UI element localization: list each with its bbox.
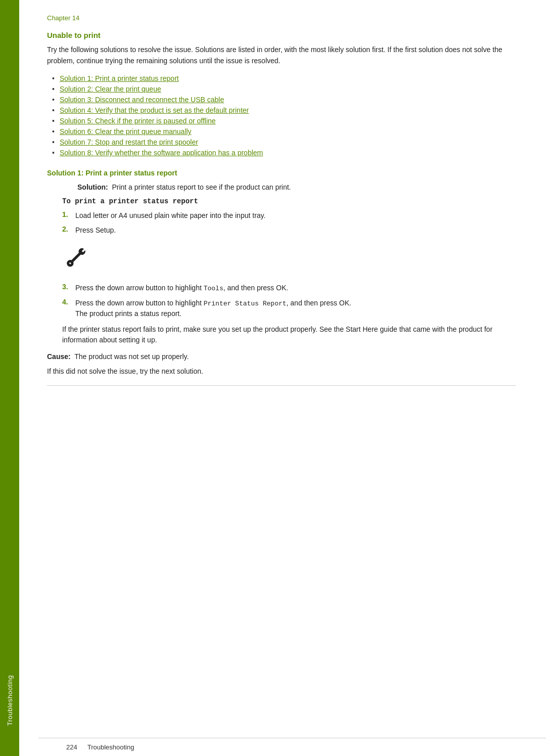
footer-page-number: 224: [66, 743, 77, 751]
sidebar-label: Troubleshooting: [6, 675, 14, 726]
step-3: 3. Press the down arrow button to highli…: [62, 283, 516, 294]
list-item: Solution 6: Clear the print queue manual…: [52, 127, 516, 136]
sidebar: Troubleshooting: [0, 0, 19, 756]
footer-label: Troubleshooting: [87, 743, 134, 751]
unable-to-print-section: Unable to print Try the following soluti…: [47, 31, 516, 157]
solution1-label-block: Solution: Print a printer status report …: [47, 183, 516, 191]
solution-link-5[interactable]: Solution 5: Check if the printer is paus…: [60, 117, 216, 125]
step-4-text: Press the down arrow button to highlight…: [75, 298, 351, 320]
list-item: Solution 7: Stop and restart the print s…: [52, 138, 516, 146]
solution-link-4[interactable]: Solution 4: Verify that the product is s…: [60, 106, 249, 114]
solution-link-6[interactable]: Solution 6: Clear the print queue manual…: [60, 127, 192, 136]
intro-text: Try the following solutions to resolve t…: [47, 45, 516, 66]
solutions-list: Solution 1: Print a printer status repor…: [47, 74, 516, 157]
wrench-icon: [62, 245, 87, 270]
page-container: Troubleshooting Chapter 14 Unable to pri…: [0, 0, 546, 756]
solution1-description: Solution: Print a printer status report …: [62, 183, 516, 191]
cause-text: Cause: The product was not set up proper…: [47, 351, 516, 362]
solution-link-2[interactable]: Solution 2: Clear the print queue: [60, 85, 161, 93]
main-content: Chapter 14 Unable to print Try the follo…: [19, 0, 546, 756]
step-2-num: 2.: [62, 225, 70, 233]
step-1: 1. Load letter or A4 unused plain white …: [62, 210, 516, 221]
step-3-num: 3.: [62, 283, 70, 291]
solution-link-1[interactable]: Solution 1: Print a printer status repor…: [60, 74, 179, 82]
steps-1-2: 1. Load letter or A4 unused plain white …: [47, 210, 516, 236]
solution1-title: Solution 1: Print a printer status repor…: [47, 169, 516, 177]
next-solution-text: If this did not solve the issue, try the…: [47, 367, 516, 375]
list-item: Solution 2: Clear the print queue: [52, 85, 516, 93]
step-3-text: Press the down arrow button to highlight…: [75, 283, 288, 294]
section-divider: [47, 385, 516, 386]
step-1-text: Load letter or A4 unused plain white pap…: [75, 210, 265, 221]
list-item: Solution 3: Disconnect and reconnect the…: [52, 96, 516, 104]
step-1-num: 1.: [62, 210, 70, 218]
cause-block: Cause: The product was not set up proper…: [47, 351, 516, 362]
solution1-section: Solution 1: Print a printer status repor…: [47, 169, 516, 386]
cause-keyword: Cause:: [47, 352, 71, 361]
list-item: Solution 1: Print a printer status repor…: [52, 74, 516, 82]
step-4: 4. Press the down arrow button to highli…: [62, 298, 516, 320]
solution1-description-text: Print a printer status report to see if …: [112, 183, 291, 191]
solution-link-7[interactable]: Solution 7: Stop and restart the print s…: [60, 138, 198, 146]
list-item: Solution 4: Verify that the product is s…: [52, 106, 516, 114]
procedure-title: To print a printer status report: [62, 197, 516, 205]
step-4-num: 4.: [62, 298, 70, 306]
chapter-label: Chapter 14: [47, 14, 516, 22]
solution-keyword: Solution:: [77, 183, 108, 191]
step-2-text: Press Setup.: [75, 225, 116, 236]
step-2: 2. Press Setup.: [62, 225, 516, 236]
steps-3-4: 3. Press the down arrow button to highli…: [47, 283, 516, 319]
cause-detail: The product was not set up properly.: [74, 352, 189, 361]
wrench-icon-container: [47, 245, 516, 272]
solution-link-3[interactable]: Solution 3: Disconnect and reconnect the…: [60, 96, 224, 104]
list-item: Solution 8: Verify whether the software …: [52, 149, 516, 157]
unable-to-print-title: Unable to print: [47, 31, 516, 39]
failure-text: If the printer status report fails to pr…: [47, 324, 516, 345]
list-item: Solution 5: Check if the printer is paus…: [52, 117, 516, 125]
solution-link-8[interactable]: Solution 8: Verify whether the software …: [60, 149, 263, 157]
footer: 224 Troubleshooting: [38, 738, 546, 756]
